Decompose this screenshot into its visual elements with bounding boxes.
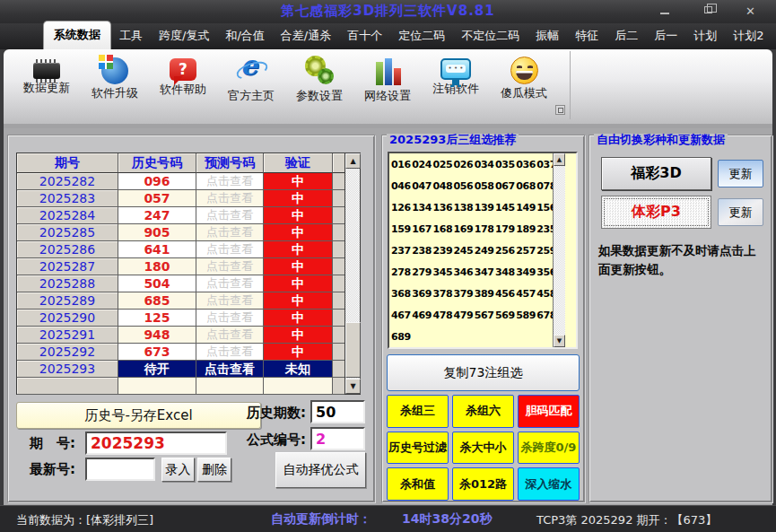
predict-link-cell[interactable]: 点击查看 xyxy=(196,361,264,378)
main-area: 期号 历史号码 预测号码 验证 2025282 096 点击查看 中 xyxy=(4,128,772,505)
table-row: 2025292 673 点击查看 中 xyxy=(17,344,344,361)
recommend-numbers-list[interactable]: 016 024 025 026 034 035 036 037 038046 0… xyxy=(388,152,578,349)
predict-link-cell[interactable]: 点击查看 xyxy=(196,258,264,275)
verify-cell: 中 xyxy=(264,207,333,224)
header-predict: 预测号码 xyxy=(196,153,264,173)
official-homepage-button[interactable]: 官方主页 xyxy=(217,55,285,118)
copy-groups-button[interactable]: 复制73注组选 xyxy=(387,354,580,391)
filler-cell xyxy=(333,344,344,361)
scroll-down-icon[interactable]: ▼ xyxy=(345,379,361,394)
tab-bai-shi-ge[interactable]: 百十个 xyxy=(339,23,390,49)
parameter-settings-button[interactable]: 参数设置 xyxy=(285,55,353,118)
header-history: 历史号码 xyxy=(118,153,196,173)
filler-cell xyxy=(333,327,344,344)
predict-link-cell[interactable]: 点击查看 xyxy=(196,241,264,258)
tab-system-data[interactable]: 系统数据 xyxy=(43,21,111,49)
period-cell: 2025284 xyxy=(17,207,118,224)
predict-link-cell[interactable]: 点击查看 xyxy=(196,207,264,224)
tab-tools[interactable]: 工具 xyxy=(111,23,151,49)
fool-mode-button[interactable]: 傻瓜模式 xyxy=(490,55,558,118)
tab-hecha-tongsha[interactable]: 合差/通杀 xyxy=(273,23,339,49)
predict-link-cell[interactable]: 点击查看 xyxy=(196,224,264,241)
filler-cell xyxy=(333,258,344,275)
scroll-down-icon[interactable]: ▼ xyxy=(554,335,565,347)
tab-nonposition-2code[interactable]: 不定位二码 xyxy=(453,23,528,49)
number-line: 368 369 378 379 389 456 457 458 459 xyxy=(391,283,553,305)
tab-feature[interactable]: 特征 xyxy=(567,23,606,49)
maximize-button[interactable] xyxy=(701,4,717,18)
kill-group3-button[interactable]: 杀组三 xyxy=(387,395,449,428)
table-row: 2025287 180 点击查看 中 xyxy=(17,258,344,275)
history-number-cell: 504 xyxy=(118,275,196,292)
verify-cell: 中 xyxy=(264,275,333,292)
period-cell: 2025291 xyxy=(17,327,118,344)
table-scrollbar[interactable]: ▲ ▼ xyxy=(344,153,360,394)
predict-link-cell[interactable]: 点击查看 xyxy=(196,173,264,190)
kill-group6-button[interactable]: 杀组六 xyxy=(452,395,514,428)
close-button[interactable]: ✕ xyxy=(744,4,760,18)
fucai-3d-button[interactable]: 福彩3D xyxy=(601,157,711,190)
period-label: 期 号: xyxy=(30,435,75,452)
tab-position-2code[interactable]: 定位二码 xyxy=(390,23,453,49)
software-help-button[interactable]: 软件帮助 xyxy=(149,55,217,118)
auto-formula-button[interactable]: 自动择优公式 xyxy=(275,452,366,488)
filler-cell xyxy=(333,173,344,190)
verify-cell: 中 xyxy=(264,258,333,275)
software-upgrade-button[interactable]: 软件升级 xyxy=(81,55,149,118)
period-input[interactable] xyxy=(85,432,227,455)
export-excel-button[interactable]: 历史号-另存Excel xyxy=(16,402,261,429)
gears-icon xyxy=(304,55,335,87)
dan-match-button[interactable]: 胆码匹配 xyxy=(518,395,580,428)
scroll-up-icon[interactable]: ▲ xyxy=(345,153,361,169)
tab-last-one[interactable]: 后一 xyxy=(646,23,685,49)
update-ticai-button[interactable]: 更新 xyxy=(718,198,763,226)
data-update-button[interactable]: 数据更新 xyxy=(13,55,81,118)
history-filter-button[interactable]: 历史号过滤 xyxy=(387,432,449,465)
scroll-up-icon[interactable]: ▲ xyxy=(554,153,565,166)
minimize-button[interactable] xyxy=(658,4,674,18)
tab-span-duplex[interactable]: 跨度/复式 xyxy=(151,23,217,49)
filler-cell xyxy=(333,275,344,292)
history-number-cell: 057 xyxy=(118,190,196,207)
predict-link-cell[interactable]: 点击查看 xyxy=(196,344,264,361)
history-table: 期号 历史号码 预测号码 验证 2025282 096 点击查看 中 xyxy=(16,153,361,395)
predict-link-cell[interactable]: 点击查看 xyxy=(196,292,264,310)
switch-group-title: 自由切换彩种和更新数据 xyxy=(594,134,728,145)
verify-cell: 中 xyxy=(264,224,333,241)
latest-number-input[interactable] xyxy=(85,458,155,481)
verify-cell: 中 xyxy=(264,310,333,327)
enter-button[interactable]: 录入 xyxy=(161,458,195,482)
predict-link-cell[interactable]: 点击查看 xyxy=(196,190,264,207)
network-settings-button[interactable]: 网络设置 xyxy=(353,55,422,118)
predict-link-cell[interactable]: 点击查看 xyxy=(196,275,264,292)
kill-sum-button[interactable]: 杀和值 xyxy=(387,467,449,501)
logout-software-button[interactable]: 注销软件 xyxy=(422,55,490,118)
tab-plan2[interactable]: 计划2 xyxy=(725,23,772,49)
predict-link-cell[interactable]: 点击查看 xyxy=(196,327,264,344)
period-cell: 2025282 xyxy=(17,173,118,190)
predict-link-cell[interactable]: 点击查看 xyxy=(196,310,264,327)
verify-cell xyxy=(264,378,333,395)
kill-span09-button[interactable]: 杀跨度0/9 xyxy=(518,432,580,465)
countdown-label: 自动更新倒计时： xyxy=(271,511,371,528)
update-fucai-button[interactable]: 更新 xyxy=(718,160,763,188)
ticai-p3-button[interactable]: 体彩P3 xyxy=(601,196,711,229)
recommend-panel: 2025293后三组选推荐 016 024 025 026 034 035 03… xyxy=(381,135,585,502)
list-scrollbar[interactable]: ▲ ▼ xyxy=(553,153,565,347)
toolbar-button-label: 傻瓜模式 xyxy=(490,85,558,101)
deep-shrink-button[interactable]: 深入缩水 xyxy=(518,467,580,501)
tab-plan[interactable]: 计划 xyxy=(685,23,725,49)
formula-number-input[interactable] xyxy=(310,427,365,450)
kill-012-button[interactable]: 杀012路 xyxy=(452,467,514,501)
delete-button[interactable]: 删除 xyxy=(197,458,231,482)
kill-big-mid-small-button[interactable]: 杀大中小 xyxy=(452,432,514,465)
scrollbar-thumb[interactable] xyxy=(345,322,361,378)
tab-amplitude[interactable]: 振幅 xyxy=(528,23,567,49)
tab-last-two[interactable]: 后二 xyxy=(606,23,646,49)
history-number-cell: 247 xyxy=(118,207,196,224)
verify-cell: 未知 xyxy=(264,361,333,378)
history-count-input[interactable] xyxy=(310,400,365,423)
tab-sum-value[interactable]: 和/合值 xyxy=(217,23,272,49)
ie-icon xyxy=(236,55,266,87)
toolbar-expander-icon[interactable] xyxy=(555,105,565,115)
